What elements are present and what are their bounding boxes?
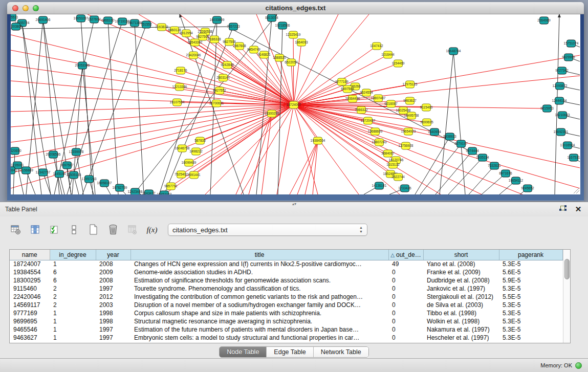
black-edge[interactable] (159, 20, 217, 194)
table-cell[interactable]: 0 (388, 301, 423, 309)
graph-node[interactable]: 12342757 (36, 169, 51, 176)
canvas-resize-grip-icon[interactable] (574, 188, 579, 193)
graph-node[interactable]: 20053346 (75, 62, 90, 69)
table-cell[interactable]: 2009 (96, 268, 130, 276)
table-cell[interactable]: Changes of HCN gene expression and I(f) … (130, 260, 388, 268)
table-cell[interactable]: Genome-wide association studies in ADHD. (130, 268, 388, 276)
close-panel-icon[interactable]: ✕ (574, 205, 583, 213)
graph-node[interactable]: 9245652 (521, 185, 534, 192)
red-edge[interactable] (11, 96, 294, 105)
graph-node[interactable]: 1615132 (386, 161, 400, 168)
graph-node[interactable]: 16648784 (446, 48, 461, 55)
table-cell[interactable]: 1998 (96, 317, 130, 325)
create-column-button[interactable] (87, 223, 100, 236)
graph-node[interactable]: 9329966 (562, 54, 575, 61)
red-edge[interactable] (11, 105, 294, 188)
graph-node[interactable]: 13756928 (399, 142, 413, 149)
table-row[interactable]: 969969511998Structural magnetic resonanc… (10, 317, 562, 325)
table-row[interactable]: 1872400712008Changes of HCN gene express… (10, 260, 562, 268)
graph-node[interactable]: 17359928 (69, 148, 84, 156)
graph-node[interactable]: 2015531 (11, 14, 18, 21)
graph-node[interactable]: 8860128 (168, 27, 181, 34)
table-scrollbar[interactable] (563, 250, 571, 343)
graph-node[interactable]: 9474444 (466, 147, 479, 155)
column-header-year[interactable]: year (96, 250, 130, 260)
graph-node[interactable]: 7986322 (355, 106, 368, 114)
graph-node[interactable]: 16046758 (175, 145, 190, 152)
tab-edge-table[interactable]: Edge Table (267, 347, 313, 357)
table-cell[interactable]: 5.3E-5 (499, 260, 562, 268)
delete-column-button[interactable] (106, 223, 120, 236)
table-cell[interactable]: 0 (388, 285, 423, 293)
table-cell[interactable]: 1 (50, 260, 96, 268)
graph-node[interactable]: 10653287 (74, 15, 89, 22)
black-edge[interactable] (448, 158, 483, 194)
table-cell[interactable]: 2003 (96, 301, 130, 309)
graph-node[interactable]: 12325419 (286, 31, 301, 38)
graph-node[interactable]: 1498222 (189, 148, 203, 155)
table-row[interactable]: 946554611997Estimation of the future num… (10, 325, 562, 334)
table-cell[interactable]: 9463627 (10, 334, 50, 342)
graph-node[interactable]: 2064989 (537, 17, 551, 24)
graph-node[interactable]: 10688609 (368, 128, 383, 135)
black-edge[interactable] (67, 165, 71, 194)
graph-node[interactable]: 16671388 (127, 19, 142, 27)
table-cell[interactable]: Hescheler et al. (1997) (423, 334, 499, 342)
memory-ok-icon[interactable] (575, 362, 582, 369)
graph-node[interactable]: 8912954 (180, 30, 193, 37)
graph-node[interactable]: 19384554 (311, 137, 325, 144)
table-cell[interactable]: 0 (388, 309, 423, 317)
scrollbar-thumb[interactable] (564, 259, 570, 279)
red-edge[interactable] (297, 141, 318, 194)
function-builder-button[interactable]: f(x) (145, 223, 159, 236)
graph-node[interactable]: 16099489 (182, 159, 197, 166)
table-cell[interactable]: 5.3E-5 (499, 317, 562, 325)
graph-node[interactable]: 8938923 (443, 133, 456, 140)
graph-node[interactable]: 6522057 (285, 59, 298, 66)
graph-node[interactable]: 16352343 (157, 191, 172, 194)
graph-node[interactable]: 3684067 (381, 150, 395, 157)
black-edge[interactable] (440, 51, 453, 194)
table-cell[interactable]: 0 (388, 325, 423, 334)
graph-node[interactable]: 11156869 (19, 167, 33, 174)
graph-node[interactable]: 1154469 (392, 60, 405, 67)
table-cell[interactable]: Investigating the contribution of common… (130, 293, 388, 301)
graph-node[interactable]: 3624554 (360, 89, 373, 96)
graph-node[interactable]: 9857791 (164, 183, 178, 190)
graph-node[interactable]: 8813054 (265, 14, 278, 21)
red-edge[interactable] (294, 105, 400, 194)
table-cell[interactable]: 5.3E-5 (499, 334, 562, 342)
table-cell[interactable]: 5.3E-5 (499, 285, 562, 293)
graph-node[interactable]: 1016444 (381, 51, 395, 58)
column-header-short[interactable]: short (423, 250, 499, 260)
table-cell[interactable]: 2 (50, 285, 96, 293)
graph-node[interactable]: 7857223 (227, 23, 240, 30)
graph-node[interactable]: 14136141 (372, 182, 387, 189)
table-cell[interactable]: 1998 (96, 309, 130, 317)
red-edge[interactable] (205, 105, 294, 194)
graph-node[interactable]: 6497568 (341, 85, 354, 93)
graph-node[interactable]: 16958107 (97, 180, 112, 187)
graph-node[interactable]: 9777169 (335, 78, 349, 85)
table-cell[interactable]: 0 (388, 334, 423, 342)
panel-resize-handle-icon[interactable]: ▴▾ (291, 203, 298, 206)
graph-node[interactable]: 15692391 (554, 128, 569, 136)
graph-node[interactable]: 2803144 (216, 74, 230, 81)
column-header-name[interactable]: name (10, 250, 50, 260)
table-cell[interactable]: 5.5E-5 (499, 293, 562, 301)
table-row[interactable]: 977716911998Corpus callosum shape and si… (10, 309, 562, 317)
select-columns-button[interactable] (48, 223, 61, 236)
table-cell[interactable]: Tourette syndrome. Phenomenology and cla… (130, 285, 388, 293)
graph-node[interactable]: 2043477 (142, 190, 156, 194)
table-cell[interactable]: Yano et al. (2008) (423, 260, 499, 268)
hide-columns-button[interactable] (68, 223, 81, 236)
minimize-window-icon[interactable] (23, 5, 29, 11)
graph-node[interactable]: 9097587 (60, 162, 74, 169)
graph-node[interactable]: 9242848 (221, 61, 234, 69)
table-cell[interactable]: 1 (50, 317, 96, 325)
graph-node[interactable]: 1691441 (187, 171, 201, 179)
graph-node[interactable]: 18107554 (170, 99, 185, 106)
graph-node[interactable]: 2620650 (11, 147, 21, 155)
table-cell[interactable]: 1 (50, 309, 96, 317)
table-cell[interactable]: Stergiakouli et al. (2012) (423, 293, 499, 301)
